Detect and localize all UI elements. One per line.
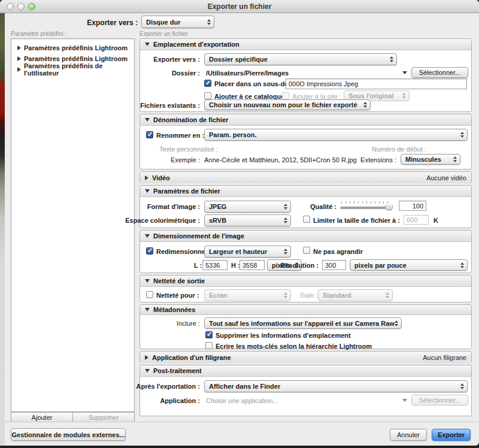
section-metadata-header[interactable]: Métadonnées [140, 305, 471, 315]
stepper-icon [390, 56, 393, 62]
export-button[interactable]: Exporter [432, 429, 471, 441]
disclosure-right-icon[interactable] [17, 56, 21, 61]
section-title: Application d'un filigrane [152, 354, 231, 361]
rename-checkbox[interactable] [146, 131, 153, 138]
no-enlarge-checkbox[interactable] [303, 247, 310, 254]
section-file-naming-header[interactable]: Dénomination de fichier [140, 114, 471, 126]
sharpen-select[interactable]: Ecran [204, 289, 291, 301]
section-output-sharpening-header[interactable]: Netteté de sortie [140, 276, 471, 287]
preset-item-label: Paramètres prédéfinis de l'utilisateur [24, 62, 134, 77]
section-title: Métadonnées [153, 306, 195, 313]
slider-track[interactable] [340, 207, 393, 209]
section-title: Dimensionnement de l'image [153, 232, 244, 240]
section-image-sizing-header[interactable]: Dimensionnement de l'image [140, 231, 471, 242]
height-input[interactable]: 3558 [240, 260, 265, 270]
remove-location-checkbox[interactable] [205, 331, 213, 338]
amount-select[interactable]: Standard [318, 289, 393, 301]
section-file-settings: Paramètres de fichier Format d'image : J… [140, 185, 472, 228]
quality-slider[interactable] [340, 201, 393, 210]
stepper-icon [460, 383, 464, 389]
application-menu-icon[interactable] [402, 399, 407, 402]
add-to-stack-checkbox[interactable] [282, 92, 289, 99]
add-preset-button[interactable]: Ajouter [11, 412, 73, 422]
resize-checkbox[interactable] [146, 247, 153, 255]
section-post-processing-header[interactable]: Post-traitement [140, 365, 471, 377]
section-watermark-header[interactable]: Application d'un filigrane Aucun filigra… [140, 352, 471, 363]
section-file-naming: Dénomination de fichier Renommer en : Pa… [140, 114, 472, 169]
stepper-icon [460, 132, 464, 138]
folder-menu-icon[interactable] [402, 71, 407, 74]
preset-item-label: Paramètres prédéfinis Lightroom [24, 55, 128, 62]
section-watermark: Application d'un filigrane Aucun filigra… [140, 351, 472, 363]
disclosure-right-icon[interactable] [17, 67, 21, 72]
sharpen-checkbox[interactable] [146, 291, 153, 298]
application-select-button[interactable]: Sélectionner... [411, 395, 468, 405]
remove-preset-button[interactable]: Supprimer [72, 412, 135, 422]
stepper-icon [363, 102, 367, 108]
width-input[interactable]: 5336 [202, 260, 228, 270]
resolution-input[interactable]: 300 [322, 260, 346, 270]
stepper-icon [284, 204, 287, 210]
colorspace-select[interactable]: sRVB [204, 214, 291, 226]
video-status: Aucune vidéo [426, 174, 466, 181]
custom-text-label: Texte personnalisé : [159, 146, 218, 153]
export-to-label: Exporter vers : [153, 56, 200, 63]
folder-select-button[interactable]: Sélectionner... [411, 67, 468, 78]
remove-location-label: Supprimer les informations d'emplacement [216, 332, 351, 339]
export-to-top-select[interactable]: Disque dur [141, 16, 214, 28]
existing-files-label: Fichiers existants : [140, 102, 200, 109]
folder-path: /Utilisateurs/Pierre/Images [206, 69, 289, 77]
limit-size-label: Limiter la taille de fichier à : [313, 217, 400, 224]
sharpen-label: Netteté pour : [156, 292, 199, 299]
subfolder-input[interactable]: 000O Impressions Jpeg [286, 78, 467, 89]
stepper-icon [386, 292, 389, 298]
write-keywords-checkbox[interactable] [205, 342, 213, 349]
disclosure-down-icon [145, 43, 150, 46]
export-to-top-value: Disque dur [146, 19, 180, 26]
cancel-button[interactable]: Annuler [390, 429, 427, 441]
disclosure-right-icon[interactable] [17, 46, 21, 50]
stepper-icon [453, 156, 457, 162]
no-enlarge-label: Ne pas agrandir [313, 248, 363, 255]
application-label: Application : [160, 397, 200, 404]
after-export-select[interactable]: Afficher dans le Finder [204, 380, 468, 392]
section-title: Emplacement d'exportation [153, 41, 240, 48]
quality-input[interactable]: 100 [399, 201, 426, 211]
width-value: 5336 [205, 262, 220, 269]
resize-select[interactable]: Largeur et hauteur [204, 246, 291, 258]
limit-size-input[interactable]: 600 [404, 215, 429, 225]
subfolder-checkbox[interactable] [204, 80, 211, 87]
section-video-header[interactable]: Vidéo Aucune vidéo [140, 172, 471, 183]
preset-list: Paramètres prédéfinis Lightroom Paramètr… [11, 38, 135, 412]
section-image-sizing: Dimensionnement de l'image Redimensionne… [140, 230, 472, 273]
preset-item[interactable]: Paramètres prédéfinis Lightroom [11, 43, 134, 53]
preset-item[interactable]: Paramètres prédéfinis de l'utilisateur [11, 64, 134, 75]
resolution-label: Résolution : [280, 262, 319, 269]
section-title: Post-traitement [153, 367, 202, 374]
format-value: JPEG [209, 203, 226, 210]
limit-size-checkbox[interactable] [303, 216, 310, 223]
include-select[interactable]: Tout sauf les informations sur l'apparei… [204, 317, 402, 329]
extensions-select[interactable]: Minuscules [401, 154, 460, 165]
export-to-select[interactable]: Dossier spécifique [204, 53, 397, 65]
amount-label: Gain : [300, 292, 317, 299]
section-title: Netteté de sortie [153, 277, 205, 284]
include-label: Inclure : [177, 320, 200, 327]
format-select[interactable]: JPEG [204, 201, 291, 213]
colorspace-value: sRVB [209, 217, 226, 224]
section-export-location-header[interactable]: Emplacement d'exportation [140, 39, 471, 50]
section-output-sharpening: Netteté de sortie Netteté pour : Ecran G… [140, 275, 472, 302]
plugin-manager-button[interactable]: Gestionnaire de modules externes... [11, 428, 126, 441]
rename-select[interactable]: Param. person. [204, 129, 468, 141]
example-label: Exemple : [171, 156, 200, 164]
existing-files-select[interactable]: Choisir un nouveau nom pour le fichier e… [204, 99, 371, 110]
footer-divider [5, 422, 479, 422]
subfolder-value: 000O Impressions Jpeg [289, 80, 358, 87]
include-value: Tout sauf les informations sur l'apparei… [209, 320, 395, 327]
disclosure-down-icon [145, 279, 150, 283]
resolution-value: 300 [325, 262, 336, 269]
section-file-settings-header[interactable]: Paramètres de fichier [140, 186, 471, 197]
add-to-catalog-checkbox[interactable] [204, 92, 211, 99]
resolution-unit-select[interactable]: pixels par pouce [350, 259, 468, 271]
after-export-value: Afficher dans le Finder [209, 383, 280, 390]
